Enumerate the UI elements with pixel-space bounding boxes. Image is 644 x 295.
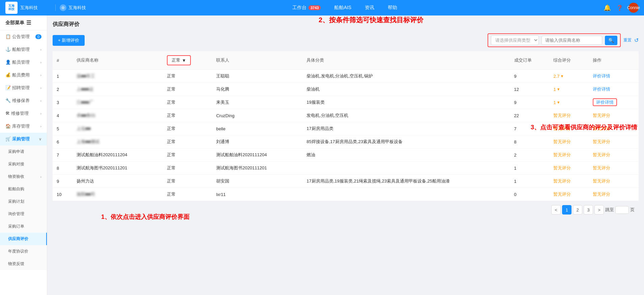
avatar-label: Connie bbox=[627, 5, 640, 10]
cell-score: 暂无评分 bbox=[549, 149, 589, 162]
nav-ship-ais[interactable]: 船舶AIS bbox=[334, 5, 351, 11]
cell-orders: 9 bbox=[510, 70, 550, 83]
filter-area: 请选择供应商类型 🔍 重置 ↺ bbox=[488, 33, 639, 47]
sidebar-item-purchase-plan[interactable]: 采购计划 bbox=[0, 195, 47, 208]
no-score-label: 暂无评分 bbox=[553, 165, 571, 170]
cell-action[interactable]: 暂无评分 bbox=[589, 188, 639, 201]
sidebar-item-recruit[interactable]: 📝 招聘管理 › bbox=[0, 81, 47, 94]
sidebar-item-crew-fee[interactable]: 💰 船员费用 › bbox=[0, 69, 47, 81]
eval-detail-link[interactable]: 评价详情 bbox=[593, 73, 610, 78]
page-prev-button[interactable]: < bbox=[551, 205, 561, 215]
sidebar-item-ship-purchase[interactable]: 船舶自购 bbox=[0, 183, 47, 195]
cell-categories bbox=[302, 162, 510, 175]
bell-icon[interactable]: 🔔 bbox=[604, 4, 611, 11]
cell-orders: 12 bbox=[510, 83, 550, 96]
cell-status: 正常 bbox=[163, 122, 212, 135]
sidebar-item-annual-price[interactable]: 年度协议价 bbox=[0, 245, 47, 258]
cell-action[interactable]: 评价详情 bbox=[589, 96, 639, 109]
workbench-badge: 3743 bbox=[309, 5, 321, 10]
cell-name: 温■■车工 bbox=[72, 70, 163, 83]
sidebar-item-purchase[interactable]: 🛒 采购管理 ∨ bbox=[0, 133, 47, 145]
cell-id: 10 bbox=[53, 188, 72, 201]
cell-score: 1 ▼ bbox=[549, 96, 589, 109]
chevron-ship-icon: › bbox=[40, 47, 41, 52]
cell-orders: 22 bbox=[510, 109, 550, 122]
cell-action[interactable]: 暂无评分 bbox=[589, 175, 639, 188]
cell-action[interactable]: 评价详情 bbox=[589, 83, 639, 96]
sidebar-item-purchase-dock[interactable]: 采购对接 bbox=[0, 158, 47, 170]
page-2-button[interactable]: 2 bbox=[573, 205, 582, 215]
cell-contact: 来美玉 bbox=[212, 96, 302, 109]
sidebar-item-inquiry[interactable]: 询价管理 bbox=[0, 208, 47, 220]
sidebar-item-purchase-order[interactable]: 采购订单 bbox=[0, 220, 47, 233]
cell-action[interactable]: 暂无评分 bbox=[589, 122, 639, 135]
cell-action[interactable]: 暂无评分 bbox=[589, 149, 639, 162]
table-row: 3 江■■■厂 正常 来美玉 19服装类 9 1 ▼ 评价详情 bbox=[53, 96, 639, 109]
page-3-button[interactable]: 3 bbox=[584, 205, 593, 215]
no-score-label: 暂无评分 bbox=[553, 113, 571, 118]
eval-detail-link[interactable]: 评价详情 bbox=[593, 87, 610, 92]
supplier-type-select[interactable]: 请选择供应商类型 bbox=[491, 35, 539, 45]
cell-categories bbox=[302, 188, 510, 201]
question-icon[interactable]: ❓ bbox=[616, 5, 623, 11]
sidebar-item-purchase-accept[interactable]: 物资验收› bbox=[0, 170, 47, 183]
chevron-repair-icon: › bbox=[40, 111, 41, 116]
score-value: 2.7 ▼ bbox=[553, 74, 585, 79]
status-filter-button[interactable]: 正常 ▼ bbox=[167, 55, 191, 65]
sidebar-item-purchase-apply[interactable]: 采购申请 bbox=[0, 145, 47, 158]
chevron-inv-icon: › bbox=[40, 124, 41, 128]
chevron-purchase-icon: ∨ bbox=[39, 137, 41, 141]
main-content: 2、按条件筛选可快速查找目标评价 供应商评价 + 新增评价 请选择供应商类型 🔍… bbox=[47, 15, 644, 295]
cell-action[interactable]: 暂无评分 bbox=[589, 109, 639, 122]
col-score: 综合评分 bbox=[549, 51, 589, 70]
table: # 供应商名称 正常 ▼ 联系人 具体分类 成交订单 bbox=[53, 51, 639, 201]
sidebar-item-announcement[interactable]: 📋 公告管理 0 bbox=[0, 30, 47, 43]
cell-id: 7 bbox=[53, 149, 72, 162]
cell-id: 3 bbox=[53, 96, 72, 109]
nav-news[interactable]: 资讯 bbox=[365, 5, 374, 11]
sidebar-item-maintenance[interactable]: 🔧 维修保养 › bbox=[0, 94, 47, 107]
search-button[interactable]: 🔍 bbox=[605, 36, 617, 45]
cell-status: 正常 bbox=[163, 109, 212, 122]
nav-help[interactable]: 帮助 bbox=[388, 5, 397, 11]
cell-contact: CruzDing bbox=[212, 109, 302, 122]
cell-action[interactable]: 评价详情 bbox=[589, 70, 639, 83]
add-evaluation-button[interactable]: + 新增评价 bbox=[53, 35, 85, 46]
reset-button[interactable]: 重置 bbox=[623, 37, 632, 43]
nav-workbench[interactable]: 工作台 3743 bbox=[292, 5, 321, 11]
supplier-name-input[interactable] bbox=[541, 36, 602, 45]
page-1-button[interactable]: 1 bbox=[562, 205, 572, 215]
cell-status: 正常 bbox=[163, 188, 212, 201]
avatar[interactable]: Connie bbox=[628, 3, 639, 13]
cell-orders: 2 bbox=[510, 149, 550, 162]
cell-name: 测试航海图书2020111201 bbox=[72, 162, 163, 175]
jump-input[interactable] bbox=[615, 206, 629, 214]
eval-detail-link[interactable]: 评价详情 bbox=[593, 98, 617, 106]
cell-name: 测试船舶油料2020111204 bbox=[72, 149, 163, 162]
sidebar-item-feedback[interactable]: 物资反馈 bbox=[0, 258, 47, 270]
cell-categories: 17厨房用品类,19服装类,21绳索及揽绳,23索具及通用甲板设备,25船用油漆 bbox=[302, 175, 510, 188]
no-score-label: 暂无评分 bbox=[553, 178, 571, 184]
col-status: 正常 ▼ bbox=[163, 51, 212, 70]
score-value: 1 ▼ bbox=[553, 87, 585, 92]
sidebar-item-crew[interactable]: 👤 船员管理 › bbox=[0, 56, 47, 69]
table-row: 10 洛阳■■司 正常 lxr11 0 暂无评分 暂无评分 bbox=[53, 188, 639, 201]
pagination: < 1 2 3 > 跳至 页 bbox=[53, 201, 639, 219]
cell-score: 2.7 ▼ bbox=[549, 70, 589, 83]
table-row: 9 扬州力达 正常 胡安国 17厨房用品类,19服装类,21绳索及揽绳,23索具… bbox=[53, 175, 639, 188]
sidebar-item-ship[interactable]: ⚓ 船舶管理 › bbox=[0, 43, 47, 56]
sidebar-item-repair[interactable]: 🛠 维修管理 › bbox=[0, 107, 47, 120]
announcement-badge: 0 bbox=[35, 34, 41, 39]
supplier-table: # 供应商名称 正常 ▼ 联系人 具体分类 成交订单 bbox=[53, 51, 639, 201]
page-next-button[interactable]: > bbox=[594, 205, 604, 215]
logo-text: 互海科技 bbox=[8, 4, 14, 11]
jump-label: 跳至 bbox=[605, 207, 614, 213]
cell-action[interactable]: 暂无评分 bbox=[589, 162, 639, 175]
layout: 全部菜单 ☰ 📋 公告管理 0 ⚓ 船舶管理 › 👤 船员管理 › 💰 船员费用… bbox=[0, 0, 644, 295]
refresh-icon[interactable]: ↺ bbox=[634, 37, 639, 43]
sidebar-item-inventory[interactable]: 🏠 库存管理 › bbox=[0, 120, 47, 133]
cell-action[interactable]: 暂无评分 bbox=[589, 135, 639, 149]
sidebar-item-supplier-eval[interactable]: 供应商评价 bbox=[0, 233, 47, 245]
cell-status: 正常 bbox=[163, 83, 212, 96]
no-score-action-label: 暂无评分 bbox=[593, 152, 610, 157]
